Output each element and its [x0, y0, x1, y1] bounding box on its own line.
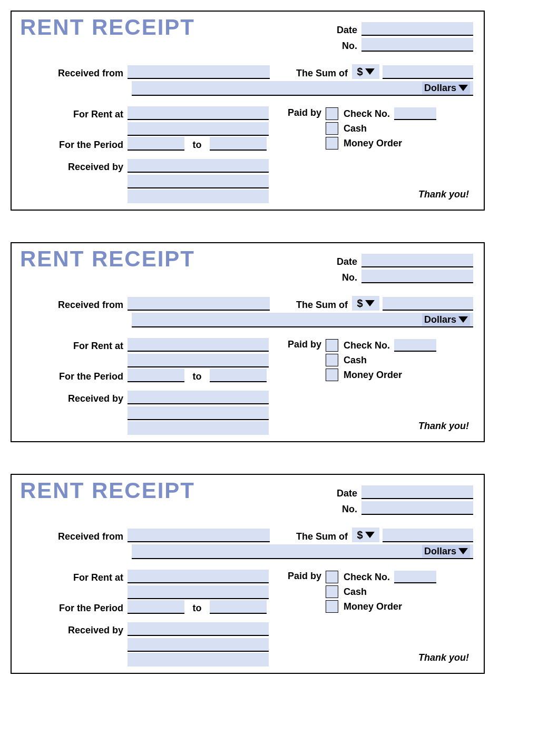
received-by-label: Received by — [20, 393, 128, 404]
paid-by-label: Paid by — [283, 338, 326, 382]
sum-amount-field[interactable] — [383, 529, 473, 542]
rent-receipt: RENT RECEIPT Date No. Received from The … — [11, 474, 485, 674]
for-period-label: For the Period — [20, 371, 128, 382]
received-by-field-3[interactable] — [128, 653, 269, 667]
date-block: Date No. — [315, 22, 473, 54]
for-rent-field-2[interactable] — [128, 122, 269, 136]
dollars-label: Dollars — [424, 314, 456, 325]
dollars-label: Dollars — [424, 83, 456, 94]
paid-by-label: Paid by — [283, 106, 326, 151]
currency-symbol: $ — [357, 529, 363, 541]
chevron-down-icon — [458, 316, 468, 323]
date-label: Date — [315, 256, 361, 267]
money-order-label: Money Order — [344, 138, 402, 149]
received-from-label: Received from — [20, 68, 128, 79]
left-column: For Rent at For the Period to Received b… — [20, 106, 283, 204]
dollars-dropdown[interactable]: Dollars — [422, 545, 470, 558]
check-no-label: Check No. — [344, 108, 390, 120]
received-by-field-2[interactable] — [128, 638, 269, 652]
check-no-field[interactable] — [394, 339, 436, 352]
cash-checkbox[interactable] — [326, 354, 338, 366]
no-field[interactable] — [361, 270, 473, 283]
to-label: to — [184, 371, 210, 382]
money-order-checkbox[interactable] — [326, 137, 338, 150]
period-to-field[interactable] — [210, 137, 267, 151]
left-column: For Rent at For the Period to Received b… — [20, 570, 283, 668]
received-from-label: Received from — [20, 531, 128, 542]
received-from-field[interactable] — [128, 297, 270, 311]
chevron-down-icon — [365, 300, 375, 306]
check-no-field[interactable] — [394, 571, 436, 583]
thank-you-footer: Thank you! — [418, 652, 469, 663]
sum-amount-field[interactable] — [383, 297, 473, 311]
receipt-title: RENT RECEIPT — [20, 15, 195, 40]
for-rent-label: For Rent at — [20, 341, 128, 352]
for-rent-field-2[interactable] — [128, 585, 269, 599]
received-from-field[interactable] — [128, 529, 270, 542]
for-rent-field-1[interactable] — [128, 338, 269, 352]
sum-words-field[interactable]: Dollars — [132, 544, 473, 559]
sum-words-field[interactable]: Dollars — [132, 313, 473, 327]
period-to-field[interactable] — [210, 600, 267, 614]
date-label: Date — [315, 488, 361, 499]
no-label: No. — [315, 504, 361, 515]
left-column: For Rent at For the Period to Received b… — [20, 338, 283, 436]
currency-dropdown[interactable]: $ — [352, 528, 379, 542]
no-field[interactable] — [361, 38, 473, 52]
cash-label: Cash — [344, 355, 367, 366]
money-order-label: Money Order — [344, 370, 402, 381]
thank-you-footer: Thank you! — [418, 189, 469, 200]
to-label: to — [184, 603, 210, 614]
check-no-checkbox[interactable] — [326, 107, 338, 120]
check-no-field[interactable] — [394, 107, 436, 120]
receipt-title: RENT RECEIPT — [20, 478, 195, 503]
cash-checkbox[interactable] — [326, 122, 338, 135]
received-by-field-2[interactable] — [128, 175, 269, 188]
currency-dropdown[interactable]: $ — [352, 296, 379, 311]
currency-symbol: $ — [357, 66, 363, 78]
date-field[interactable] — [361, 22, 473, 36]
date-field[interactable] — [361, 485, 473, 499]
no-field[interactable] — [361, 501, 473, 515]
date-field[interactable] — [361, 254, 473, 267]
received-by-field-1[interactable] — [128, 622, 269, 636]
dollars-dropdown[interactable]: Dollars — [422, 313, 470, 326]
for-rent-field-1[interactable] — [128, 570, 269, 583]
date-block: Date No. — [315, 485, 473, 517]
received-by-field-1[interactable] — [128, 159, 269, 173]
period-from-field[interactable] — [128, 600, 184, 614]
for-rent-label: For Rent at — [20, 572, 128, 583]
received-by-field-3[interactable] — [128, 190, 269, 203]
sum-of-label: The Sum of — [296, 300, 352, 311]
paid-by-label: Paid by — [283, 570, 326, 614]
sum-of-label: The Sum of — [296, 531, 352, 542]
cash-checkbox[interactable] — [326, 585, 338, 598]
no-label: No. — [315, 272, 361, 283]
cash-label: Cash — [344, 586, 367, 598]
for-rent-label: For Rent at — [20, 109, 128, 120]
received-section: Received from The Sum of $ Dollars — [20, 64, 473, 96]
period-to-field[interactable] — [210, 369, 267, 382]
for-rent-field-1[interactable] — [128, 106, 269, 120]
received-by-field-1[interactable] — [128, 391, 269, 404]
sum-words-field[interactable]: Dollars — [132, 81, 473, 96]
rent-receipt: RENT RECEIPT Date No. Received from The … — [11, 242, 485, 442]
check-no-checkbox[interactable] — [326, 339, 338, 352]
received-by-field-3[interactable] — [128, 421, 269, 435]
currency-dropdown[interactable]: $ — [352, 64, 379, 79]
cash-label: Cash — [344, 123, 367, 134]
check-no-checkbox[interactable] — [326, 571, 338, 583]
period-from-field[interactable] — [128, 137, 184, 151]
thank-you-footer: Thank you! — [418, 421, 469, 432]
dollars-dropdown[interactable]: Dollars — [422, 82, 470, 94]
for-period-label: For the Period — [20, 603, 128, 614]
received-by-field-2[interactable] — [128, 406, 269, 420]
for-rent-field-2[interactable] — [128, 354, 269, 367]
sum-amount-field[interactable] — [383, 65, 473, 79]
received-by-label: Received by — [20, 162, 128, 173]
no-label: No. — [315, 41, 361, 52]
money-order-checkbox[interactable] — [326, 600, 338, 613]
period-from-field[interactable] — [128, 369, 184, 382]
money-order-checkbox[interactable] — [326, 369, 338, 381]
received-from-field[interactable] — [128, 65, 270, 79]
